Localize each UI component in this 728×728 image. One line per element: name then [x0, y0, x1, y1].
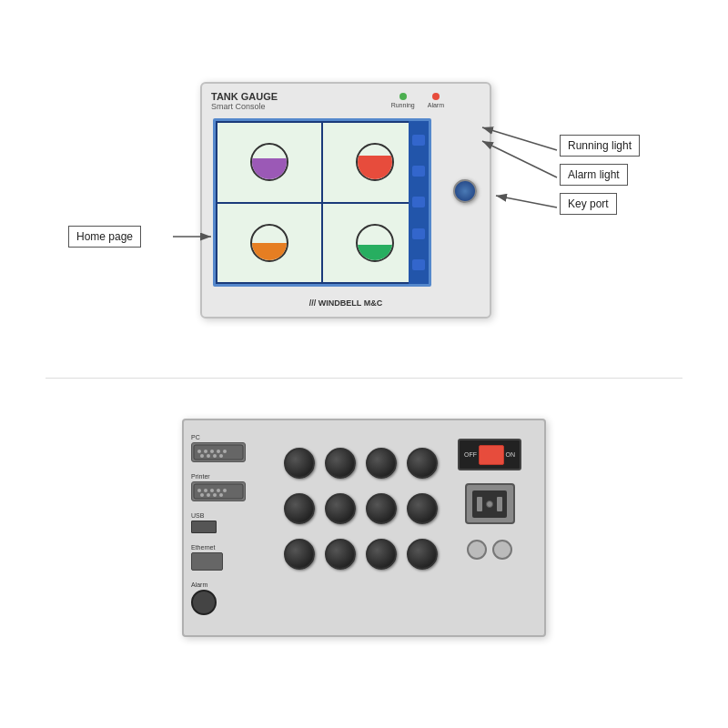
round-btn-7[interactable]	[366, 493, 397, 524]
screen-btn-1[interactable]	[412, 135, 425, 146]
round-btn-10[interactable]	[325, 539, 356, 570]
round-btn-1[interactable]	[284, 448, 315, 479]
svg-point-16	[197, 489, 201, 492]
svg-point-14	[219, 454, 223, 458]
alarm-port-label-internal: Alarm	[191, 581, 273, 588]
round-btn-3[interactable]	[366, 448, 397, 479]
socket-ground	[486, 500, 493, 508]
alarm-port-area: Alarm	[191, 581, 273, 615]
brand-label: /// WINDBELL M&C	[309, 298, 382, 308]
svg-point-23	[213, 493, 217, 497]
printer-port-connector[interactable]	[191, 481, 246, 501]
key-port-label: Key port	[560, 193, 617, 215]
ports-left: PC Print	[191, 434, 273, 615]
round-btn-6[interactable]	[325, 493, 356, 524]
round-btn-8[interactable]	[407, 493, 438, 524]
round-btn-11[interactable]	[366, 539, 397, 570]
round-btn-12[interactable]	[407, 539, 438, 570]
alarm-indicator: Alarm	[428, 93, 444, 108]
switch-toggle[interactable]	[479, 445, 504, 465]
running-label: Running	[391, 102, 415, 108]
svg-point-8	[210, 450, 214, 453]
home-page-label: Home page	[68, 226, 141, 248]
svg-point-13	[213, 454, 217, 458]
alarm-label: Alarm	[428, 102, 444, 108]
svg-point-10	[223, 450, 227, 453]
top-section: TANK GAUGE Smart Console Running Alarm	[0, 55, 728, 364]
screen-btn-2[interactable]	[412, 166, 425, 177]
section-divider	[46, 378, 682, 379]
panel-header: TANK GAUGE Smart Console	[202, 84, 490, 115]
screen-btn-4[interactable]	[412, 228, 425, 239]
svg-point-6	[197, 450, 201, 453]
svg-point-20	[223, 489, 227, 492]
screen-sidebar	[409, 121, 429, 284]
key-port-button[interactable]	[453, 179, 477, 203]
round-btn-9[interactable]	[284, 539, 315, 570]
socket-pin-right	[497, 497, 502, 511]
svg-point-24	[219, 493, 223, 497]
usb-port-label-internal: USB	[191, 512, 273, 519]
gauge-green	[356, 224, 394, 262]
socket-pin-left	[477, 497, 482, 511]
fuse-circle-1	[467, 540, 487, 560]
front-panel: TANK GAUGE Smart Console Running Alarm	[200, 82, 491, 318]
button-grid	[275, 439, 448, 584]
svg-point-12	[207, 454, 210, 458]
svg-line-2	[482, 141, 557, 177]
alarm-light-label: Alarm light	[560, 164, 628, 186]
db9-printer-svg	[192, 482, 245, 500]
fuse-circle-2	[492, 540, 512, 560]
running-indicator: Running	[391, 93, 415, 108]
back-panel: PC Print	[182, 419, 546, 637]
round-btn-5[interactable]	[284, 493, 315, 524]
usb-port-connector[interactable]	[191, 521, 217, 533]
svg-point-18	[210, 489, 214, 492]
fuse-holder[interactable]	[467, 537, 512, 562]
svg-point-21	[200, 493, 204, 497]
svg-line-1	[482, 127, 557, 150]
socket-inner	[472, 490, 507, 518]
bottom-section: PC Print	[0, 391, 728, 719]
power-switch[interactable]: OFF ON	[458, 439, 521, 470]
printer-port-label-internal: Printer	[191, 473, 273, 480]
gauge-red	[356, 143, 394, 181]
running-light-dot	[399, 93, 407, 100]
round-btn-4[interactable]	[407, 448, 438, 479]
pc-port-connector[interactable]	[191, 442, 246, 462]
svg-point-7	[204, 450, 207, 453]
ethernet-port-label-internal: Ethernet	[191, 544, 273, 551]
running-light-label: Running light	[560, 135, 640, 157]
svg-point-17	[204, 489, 207, 492]
svg-point-22	[207, 493, 210, 497]
round-btn-2[interactable]	[325, 448, 356, 479]
screen-btn-5[interactable]	[412, 259, 425, 270]
quadrant-top-left	[217, 123, 321, 202]
usb-port-area: USB	[191, 512, 273, 533]
power-socket-connector[interactable]	[465, 483, 515, 524]
switch-on-label: ON	[506, 451, 516, 458]
right-components: OFF ON	[444, 439, 535, 562]
screen[interactable]	[213, 118, 431, 287]
ethernet-port-connector[interactable]	[191, 552, 223, 571]
pc-port-label-internal: PC	[191, 434, 273, 440]
db9-pc-svg	[192, 443, 245, 461]
gauge-orange	[250, 224, 288, 262]
svg-point-11	[200, 454, 204, 458]
quadrant-bottom-left	[217, 204, 321, 283]
screen-btn-3[interactable]	[412, 197, 425, 207]
ethernet-port-area: Ethernet	[191, 544, 273, 571]
svg-point-19	[217, 489, 220, 492]
svg-line-3	[496, 196, 557, 207]
indicator-row: Running Alarm	[391, 93, 444, 108]
pc-port-area: PC	[191, 434, 273, 462]
printer-port-area: Printer	[191, 473, 273, 501]
svg-point-9	[217, 450, 220, 453]
alarm-light-dot	[432, 93, 440, 100]
gauge-purple	[250, 143, 288, 181]
alarm-port-connector[interactable]	[191, 590, 217, 615]
switch-off-label: OFF	[464, 451, 477, 458]
